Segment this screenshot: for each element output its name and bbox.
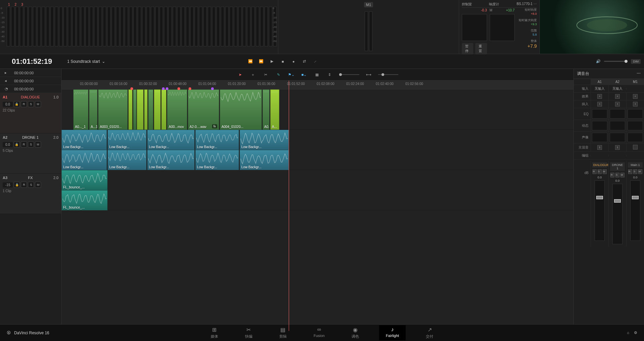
clip[interactable]	[144, 89, 148, 130]
clip[interactable]: Low Backgr...	[62, 150, 107, 170]
track-header-A3[interactable]: A3FX2.0 -15🔒RSM 1 Clip	[0, 174, 61, 214]
marker[interactable]	[189, 87, 191, 90]
add-effect-button[interactable]: +	[633, 94, 638, 99]
pause-button[interactable]: 暂停	[462, 43, 473, 54]
automation-icon[interactable]: ⟋	[312, 59, 318, 64]
channel-fader[interactable]	[630, 180, 640, 241]
snap-icon[interactable]: ▦	[314, 71, 320, 78]
automation-tool-icon[interactable]: ✎	[275, 71, 282, 78]
mute-button[interactable]: M	[35, 182, 41, 188]
mute-button[interactable]: M	[35, 101, 41, 107]
nav-page-媒体[interactable]: ⊞媒体	[204, 325, 225, 340]
clip[interactable]	[148, 89, 153, 130]
clip[interactable]	[128, 89, 132, 130]
track-header-A1[interactable]: A1DIALOGUE1.0 0.0🔒RSM 22 Clips	[0, 93, 61, 133]
clip[interactable]: Low Backgr...	[108, 150, 147, 170]
clip[interactable]: A00...mov	[167, 89, 187, 130]
add-effect-button[interactable]: +	[597, 94, 602, 99]
clip[interactable]: A2-0....wav	[188, 89, 219, 130]
mixer-channel-A2[interactable]: A2	[608, 79, 626, 85]
nav-page-Fairlight[interactable]: ♪Fairlight	[379, 325, 406, 340]
nav-page-快编[interactable]: ✂快编	[238, 325, 259, 340]
settings-icon[interactable]: ⚙	[634, 331, 637, 335]
video-preview[interactable]	[540, 0, 644, 54]
s-button[interactable]: S	[615, 173, 619, 177]
link-icon[interactable]: ⇕	[326, 71, 333, 78]
clip[interactable]: Low Backgr...	[240, 130, 289, 150]
play-button[interactable]: ▶	[269, 59, 275, 64]
track-lane-A2[interactable]: Low Backgr...Low Backgr...Low Backgr...L…	[62, 130, 573, 170]
timecode-display[interactable]: 01:01:52:19	[3, 57, 61, 66]
s-button[interactable]: S	[598, 169, 602, 174]
solo-button[interactable]: S	[28, 182, 34, 188]
clip[interactable]: A003_01020...	[98, 89, 128, 130]
nav-page-剪辑[interactable]: ▤剪辑	[273, 325, 293, 340]
clip[interactable]: Low Backgr...	[147, 150, 195, 170]
clip[interactable]: Low Backgr...	[62, 130, 107, 150]
playhead[interactable]	[289, 81, 289, 331]
flag-blue-icon[interactable]: ⚑⌄	[288, 71, 295, 78]
marker[interactable]	[130, 87, 133, 90]
lock-button[interactable]: 🔒	[14, 141, 20, 147]
duration-icon[interactable]: ◔	[5, 87, 9, 91]
razor-tool-icon[interactable]: ✂	[263, 71, 269, 78]
loop-button[interactable]: ⇄	[301, 59, 307, 64]
marker[interactable]	[166, 87, 168, 90]
mute-button[interactable]: M	[35, 141, 41, 147]
mixer-channel-A1[interactable]: A1	[591, 79, 608, 85]
arm-button[interactable]: R	[21, 101, 27, 107]
clip[interactable]	[137, 89, 144, 130]
m-button[interactable]: M	[603, 169, 607, 174]
solo-button[interactable]: S	[28, 101, 34, 107]
mixer-menu-icon[interactable]: ⋯	[637, 71, 641, 77]
marker[interactable]	[162, 87, 165, 90]
rewind-button[interactable]: ⏪	[248, 59, 253, 64]
timeline-ruler[interactable]: 01:00:00:0001:00:16:0001:00:32:0001:00:4…	[62, 81, 573, 89]
nav-page-交付[interactable]: ↗交付	[419, 325, 440, 340]
arm-button[interactable]: R	[21, 141, 27, 147]
clip[interactable]: FL_bounce_...	[62, 170, 108, 190]
pointer-tool-icon[interactable]: ➤	[237, 71, 244, 78]
goto-start-icon[interactable]: ▸	[5, 71, 9, 75]
track-lane-A3[interactable]: FL_bounce_...FL_bounce_...	[62, 170, 573, 210]
clip[interactable]: A0..._1	[73, 89, 88, 130]
lock-button[interactable]: 🔒	[14, 101, 20, 107]
r-button[interactable]: R	[628, 169, 632, 174]
zoom-slider-v[interactable]	[378, 74, 398, 75]
flag-blue2-icon[interactable]: ■⌄	[301, 71, 308, 78]
marker[interactable]	[177, 87, 180, 90]
clip[interactable]	[133, 89, 136, 130]
clip[interactable]: Low Backgr...	[147, 130, 195, 150]
selection-dropdown[interactable]: 1 Soundtrack start ⌄	[67, 59, 105, 64]
clip[interactable]: A004_01020...	[220, 89, 262, 130]
clip[interactable]: Low Backgr...	[240, 150, 289, 170]
add-effect-button[interactable]: +	[615, 94, 620, 99]
clip[interactable]: FL_bounce_...	[62, 190, 108, 210]
clip[interactable]: Low Backgr...	[108, 130, 147, 150]
r-button[interactable]: R	[610, 173, 614, 177]
arm-button[interactable]: R	[21, 182, 27, 188]
channel-fader[interactable]	[612, 184, 622, 244]
stop-button[interactable]: ■	[280, 59, 285, 64]
clip[interactable]: A...1	[89, 89, 97, 130]
solo-button[interactable]: S	[28, 141, 34, 147]
reset-button[interactable]: 重置	[475, 43, 487, 54]
volume-slider[interactable]	[604, 61, 628, 62]
channel-fader[interactable]	[595, 180, 605, 241]
home-icon[interactable]: ⌂	[627, 331, 629, 335]
clip[interactable]: Low Backgr...	[195, 150, 239, 170]
clip[interactable]: A0...ov	[263, 89, 270, 130]
nav-page-Fusion[interactable]: ∞Fusion	[307, 325, 331, 340]
r-button[interactable]: R	[593, 169, 597, 174]
clip[interactable]: A...	[270, 89, 279, 130]
m-button[interactable]: M	[638, 169, 642, 174]
volume-icon[interactable]: 🔊	[596, 59, 601, 63]
dim-button[interactable]: DIM	[631, 59, 641, 64]
mixer-channel-M1[interactable]: M1	[626, 79, 644, 85]
m-button[interactable]: M	[620, 173, 625, 177]
zoom-slider-h[interactable]	[339, 74, 359, 75]
nav-page-调色[interactable]: ◉调色	[345, 325, 366, 340]
clip[interactable]	[161, 89, 166, 130]
lock-button[interactable]: 🔒	[14, 182, 20, 188]
record-button[interactable]: ●	[291, 59, 296, 64]
